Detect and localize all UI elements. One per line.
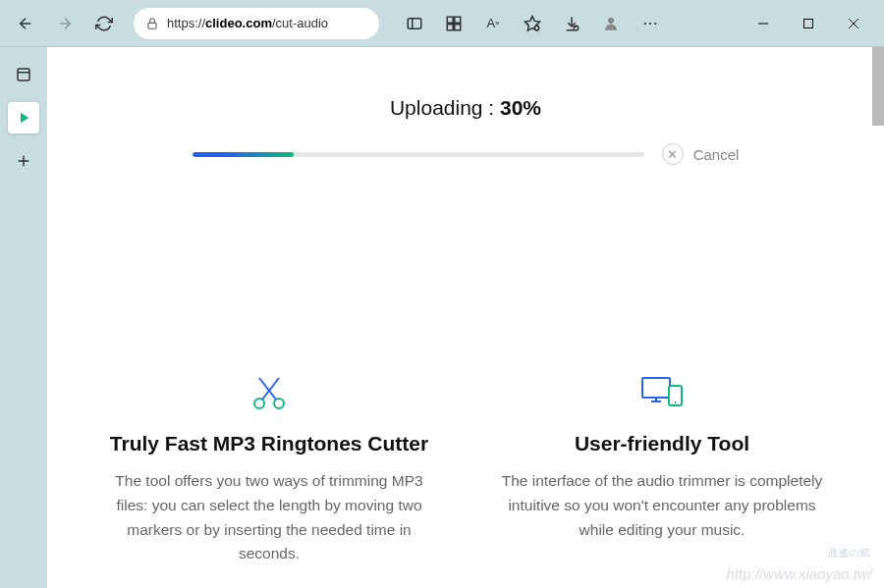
progress-fill — [193, 152, 295, 157]
svg-rect-1 — [408, 18, 421, 28]
svg-rect-4 — [447, 24, 453, 29]
close-icon: ✕ — [662, 143, 684, 165]
progress-bar — [193, 152, 644, 157]
svg-point-15 — [274, 399, 284, 408]
address-bar[interactable]: https://clideo.com/cut-audio — [134, 8, 379, 39]
svg-point-18 — [675, 401, 677, 403]
more-icon[interactable] — [635, 8, 666, 39]
svg-point-9 — [644, 22, 646, 24]
url-text: https://clideo.com/cut-audio — [167, 16, 328, 30]
forward-button[interactable] — [47, 6, 83, 41]
svg-rect-13 — [18, 69, 29, 80]
back-button[interactable] — [8, 6, 43, 41]
toolbar-icons: A» — [399, 8, 666, 39]
svg-point-11 — [654, 22, 656, 24]
svg-rect-3 — [455, 17, 461, 23]
vertical-tab-bar — [0, 47, 47, 588]
feature-title: User-friendly Tool — [495, 432, 829, 455]
refresh-button[interactable] — [86, 6, 122, 41]
devices-icon — [495, 371, 829, 412]
scrollbar[interactable] — [872, 47, 884, 126]
extensions-icon[interactable] — [438, 8, 470, 39]
scissors-icon — [102, 371, 436, 412]
features-section: Truly Fast MP3 Ringtones Cutter The tool… — [47, 185, 884, 588]
feature-desc: The interface of the audio trimmer is co… — [495, 469, 829, 542]
upload-section: Uploading : 30% ✕ Cancel — [47, 47, 884, 185]
downloads-icon[interactable] — [556, 8, 587, 39]
svg-rect-16 — [642, 378, 670, 398]
new-tab-button[interactable] — [8, 145, 39, 177]
maximize-button[interactable] — [786, 0, 831, 47]
feature-card: User-friendly Tool The interface of the … — [495, 371, 829, 566]
svg-rect-0 — [148, 23, 156, 28]
window-controls — [741, 8, 876, 39]
read-aloud-icon[interactable]: A» — [477, 8, 509, 39]
cancel-button[interactable]: ✕ Cancel — [662, 143, 740, 165]
feature-title: Truly Fast MP3 Ringtones Cutter — [102, 432, 436, 455]
browser-toolbar: https://clideo.com/cut-audio A» — [0, 0, 884, 47]
svg-rect-5 — [455, 24, 461, 29]
sidebar-toggle-icon[interactable] — [399, 8, 430, 39]
svg-point-8 — [608, 18, 614, 24]
favorites-icon[interactable] — [517, 8, 548, 39]
svg-point-14 — [254, 399, 264, 408]
profile-icon[interactable] — [595, 8, 627, 39]
tabs-icon[interactable] — [8, 59, 39, 90]
feature-desc: The tool offers you two ways of trimming… — [102, 469, 436, 566]
clideo-tab[interactable] — [8, 102, 39, 134]
cancel-label: Cancel — [693, 146, 740, 163]
close-button[interactable] — [831, 0, 876, 47]
minimize-button[interactable] — [741, 0, 786, 47]
svg-point-10 — [649, 22, 651, 24]
upload-status: Uploading : 30% — [86, 96, 845, 120]
svg-rect-12 — [804, 19, 813, 27]
page-content: Uploading : 30% ✕ Cancel Truly Fast MP — [47, 47, 884, 588]
svg-rect-2 — [447, 17, 453, 23]
feature-card: Truly Fast MP3 Ringtones Cutter The tool… — [102, 371, 436, 566]
lock-icon — [145, 17, 159, 30]
progress-row: ✕ Cancel — [86, 143, 845, 165]
